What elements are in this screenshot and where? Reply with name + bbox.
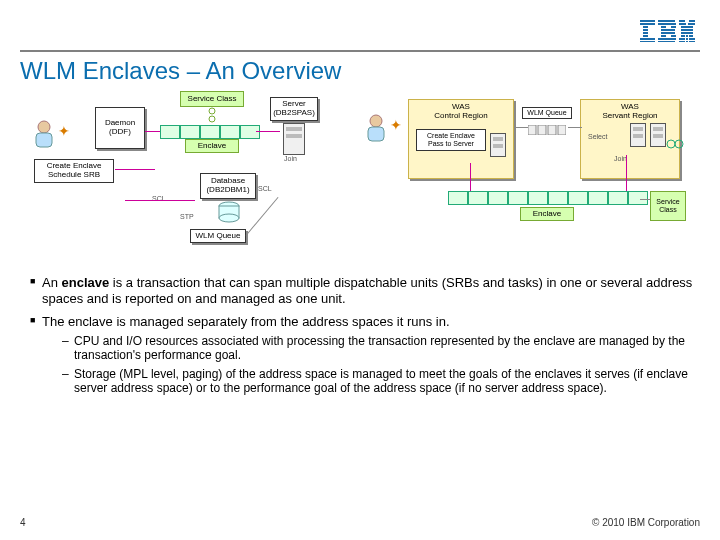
svg-rect-15 (671, 35, 676, 37)
bullet-list: An enclave is a transaction that can spa… (30, 275, 700, 395)
bold-text: enclave (62, 275, 110, 290)
svg-rect-46 (528, 125, 536, 135)
enclave-box: Enclave (185, 139, 239, 153)
svg-rect-28 (681, 35, 685, 37)
svg-rect-1 (640, 23, 655, 25)
create-enclave-box: Create EnclaveSchedule SRB (34, 159, 114, 183)
svg-point-39 (209, 108, 215, 114)
database-box: Database(DB2DBM1) (200, 173, 256, 199)
spark-icon: ✦ (58, 123, 70, 139)
sub-bullet-list: CPU and I/O resources associated with pr… (62, 334, 700, 396)
svg-rect-2 (643, 26, 648, 28)
db-icon (218, 201, 240, 227)
enclave-box-r: Enclave (520, 207, 574, 221)
svg-rect-26 (688, 32, 693, 34)
server-icon (650, 123, 666, 147)
svg-point-50 (667, 140, 675, 148)
arrow-line (640, 199, 650, 200)
svg-rect-19 (689, 20, 695, 22)
text: An (42, 275, 62, 290)
svg-rect-18 (679, 20, 685, 22)
svg-rect-45 (368, 127, 384, 141)
svg-rect-4 (643, 32, 648, 34)
svg-point-44 (370, 115, 382, 127)
svg-rect-3 (643, 29, 648, 31)
page-number: 4 (20, 517, 26, 528)
copyright: © 2010 IBM Corporation (592, 517, 700, 528)
svg-rect-9 (658, 23, 676, 25)
user-icon (30, 119, 58, 149)
arrow-line (568, 127, 582, 128)
join-label-r: Join (614, 155, 627, 162)
server-icon (490, 133, 506, 157)
page-title: WLM Enclaves – An Overview (20, 57, 700, 85)
svg-point-37 (38, 121, 50, 133)
svg-rect-10 (661, 26, 666, 28)
svg-rect-6 (640, 38, 655, 40)
connector-icon (208, 107, 216, 127)
svg-rect-14 (661, 35, 666, 37)
arrow-line (246, 197, 279, 236)
scl-label-2: SCL (258, 185, 272, 192)
svg-rect-8 (658, 20, 675, 22)
daemon-box: Daemon(DDF) (95, 107, 145, 149)
svg-rect-13 (661, 32, 675, 34)
svg-rect-7 (640, 41, 655, 42)
svg-point-40 (209, 116, 215, 122)
svg-rect-0 (640, 20, 655, 22)
service-class-box-r: Service Class (650, 191, 686, 221)
user-icon (362, 113, 390, 143)
svg-rect-11 (671, 26, 676, 28)
arrow-line (115, 169, 155, 170)
svg-rect-29 (689, 35, 693, 37)
queue-icon (528, 121, 566, 139)
text: The enclave is managed separately from t… (42, 314, 450, 329)
sub-bullet-item: Storage (MPL level, paging) of the addre… (62, 367, 700, 396)
bullet-item: The enclave is managed separately from t… (30, 314, 700, 396)
svg-rect-31 (679, 38, 685, 40)
header-rule (20, 50, 700, 52)
select-label: Select (588, 133, 607, 140)
arrow-line (256, 131, 280, 132)
stp-label: STP (180, 213, 194, 220)
enclave-segments (160, 125, 260, 139)
svg-rect-17 (658, 41, 675, 42)
arrow-line (626, 155, 627, 191)
enclave-segments-r (448, 191, 648, 205)
text: is a transaction that can span multiple … (42, 275, 692, 306)
svg-point-43 (219, 214, 239, 222)
svg-rect-47 (538, 125, 546, 135)
join-label: Join (284, 155, 297, 162)
create-pass-box: Create EnclavePass to Server (416, 129, 486, 151)
wlm-queue-box: WLM Queue (190, 229, 246, 243)
svg-rect-25 (681, 32, 686, 34)
svg-rect-27 (686, 32, 688, 34)
server-icon (283, 123, 305, 155)
svg-rect-5 (643, 35, 648, 37)
svg-rect-22 (681, 26, 687, 28)
svg-rect-33 (686, 38, 688, 40)
svg-rect-12 (661, 29, 675, 31)
svg-rect-16 (658, 38, 676, 40)
wlm-queue-box-r: WLM Queue (522, 107, 572, 119)
svg-rect-21 (688, 23, 695, 25)
svg-rect-32 (689, 38, 695, 40)
svg-rect-38 (36, 133, 52, 147)
sub-bullet-item: CPU and I/O resources associated with pr… (62, 334, 700, 363)
arrow-line (145, 131, 160, 132)
svg-rect-23 (687, 26, 693, 28)
overview-diagram: ✦ Daemon(DDF) Create EnclaveSchedule SRB… (30, 95, 690, 265)
arrow-line (470, 163, 471, 191)
svg-rect-48 (548, 125, 556, 135)
svg-rect-20 (679, 23, 686, 25)
svg-rect-34 (679, 41, 685, 42)
ibm-logo (640, 20, 695, 42)
connector-icon (666, 135, 684, 153)
svg-rect-36 (686, 41, 688, 42)
spark-icon: ✦ (390, 117, 402, 133)
svg-rect-24 (681, 29, 693, 31)
svg-rect-35 (689, 41, 695, 42)
arrow-line (514, 127, 528, 128)
arrow-line (125, 200, 195, 201)
server-icon (630, 123, 646, 147)
